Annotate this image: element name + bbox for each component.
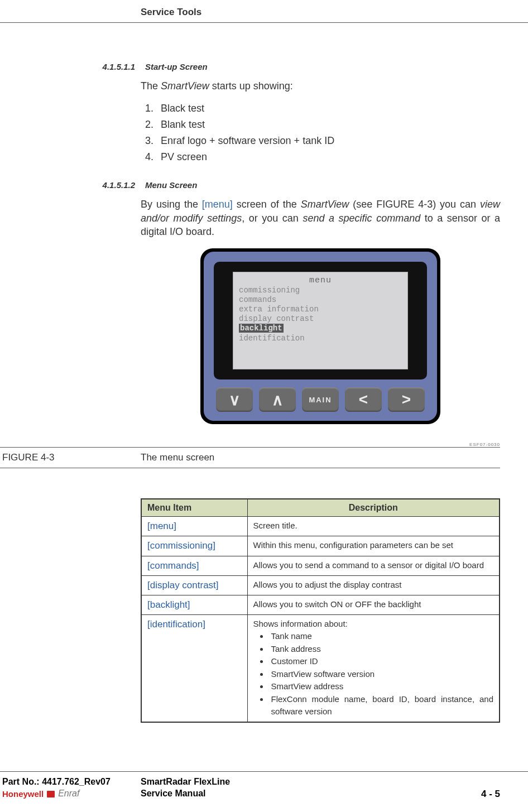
heading-title-1: Start-up Screen bbox=[145, 62, 208, 71]
list-item: Blank test bbox=[156, 117, 500, 133]
table-row: [display contrast] Allows you to adjust … bbox=[141, 575, 500, 595]
enraf-logo: Enraf bbox=[58, 788, 79, 800]
menu-item-cell: [menu] bbox=[141, 517, 247, 536]
table-row: [identification] Shows information about… bbox=[141, 614, 500, 722]
honeywell-logo: Honeywell bbox=[2, 789, 44, 800]
screen-line: commands bbox=[239, 295, 402, 305]
table-header-desc: Description bbox=[247, 499, 500, 517]
table-row: [commissioning] Within this menu, config… bbox=[141, 536, 500, 556]
list-item: Tank address bbox=[269, 643, 494, 656]
partno-value: 4417.762_Rev07 bbox=[42, 777, 111, 786]
smartview-device: menu commissioning commands extra inform… bbox=[200, 248, 440, 424]
device-screen-frame: menu commissioning commands extra inform… bbox=[214, 262, 427, 379]
table-row: [backlight] Allows you to switch ON or O… bbox=[141, 595, 500, 614]
smartview-em: SmartView bbox=[161, 80, 209, 92]
heading-title-2: Menu Screen bbox=[145, 180, 197, 190]
doc-title-1: SmartRadar FlexLine bbox=[141, 776, 230, 788]
device-bezel: menu commissioning commands extra inform… bbox=[204, 252, 437, 421]
down-button[interactable]: ∨ bbox=[216, 387, 253, 412]
device-screen: menu commissioning commands extra inform… bbox=[233, 272, 408, 369]
up-button[interactable]: ∧ bbox=[259, 387, 296, 412]
startup-intro: The SmartView starts up showing: bbox=[141, 79, 500, 93]
page-footer: Part No.: 4417.762_Rev07 Honeywell Enraf… bbox=[0, 771, 528, 800]
screen-title: menu bbox=[239, 276, 402, 286]
right-button[interactable]: > bbox=[388, 387, 425, 412]
menu-desc-cell: Allows you to send a command to a sensor… bbox=[247, 556, 500, 575]
list-item: Enraf logo + software version + tank ID bbox=[156, 133, 500, 149]
screen-line: extra information bbox=[239, 305, 402, 314]
text: screen of the bbox=[233, 199, 301, 210]
menu-desc-cell: Within this menu, configuration paramete… bbox=[247, 536, 500, 556]
doc-title-2: Service Manual bbox=[141, 788, 230, 800]
figure-caption-row: FIGURE 4-3 The menu screen bbox=[0, 447, 500, 468]
text: The bbox=[141, 80, 161, 92]
menu-item-cell: [identification] bbox=[141, 614, 247, 722]
list-item: SmartView address bbox=[269, 680, 494, 693]
section-title: Service Tools bbox=[141, 7, 528, 18]
page-number: 4 - 5 bbox=[481, 776, 528, 800]
menu-item-cell: [display contrast] bbox=[141, 575, 247, 595]
identification-intro: Shows information about: bbox=[253, 619, 348, 628]
screen-line-selected: backlight bbox=[239, 324, 284, 333]
menu-item-cell: [commands] bbox=[141, 556, 247, 575]
left-button[interactable]: < bbox=[345, 387, 382, 412]
brand-logo: Honeywell Enraf bbox=[2, 788, 141, 800]
list-item: Customer ID bbox=[269, 655, 494, 668]
text: , or you can bbox=[242, 213, 303, 224]
identification-list: Tank name Tank address Customer ID Smart… bbox=[253, 630, 494, 718]
table-row: [commands] Allows you to send a command … bbox=[141, 556, 500, 575]
menu-tag: [menu] bbox=[202, 199, 233, 210]
menu-desc-cell: Allows you to switch ON or OFF the backl… bbox=[247, 595, 500, 614]
table-row: [menu] Screen title. bbox=[141, 517, 500, 536]
list-item: Tank name bbox=[269, 630, 494, 643]
figure-label: FIGURE 4-3 bbox=[0, 452, 141, 463]
menu-item-cell: [commissioning] bbox=[141, 536, 247, 556]
heading-number-2: 4.1.5.1.2 bbox=[89, 180, 135, 190]
text: By using the bbox=[141, 199, 202, 210]
menu-screen-intro: By using the [menu] screen of the SmartV… bbox=[141, 198, 500, 238]
list-item: PV screen bbox=[156, 149, 500, 165]
honeywell-bar-icon bbox=[47, 791, 55, 797]
list-item: FlexConn module name, board ID, board in… bbox=[269, 693, 494, 718]
screen-line: display contrast bbox=[239, 314, 402, 324]
list-item: SmartView software version bbox=[269, 668, 494, 681]
screen-line: identification bbox=[239, 334, 402, 343]
table-header-item: Menu Item bbox=[141, 499, 247, 517]
heading-number-1: 4.1.5.1.1 bbox=[89, 62, 135, 71]
menu-desc-cell: Allows you to adjust the display contras… bbox=[247, 575, 500, 595]
menu-desc-cell: Shows information about: Tank name Tank … bbox=[247, 614, 500, 722]
partno-label: Part No.: bbox=[2, 777, 42, 786]
part-number: Part No.: 4417.762_Rev07 bbox=[2, 776, 141, 788]
text: starts up showing: bbox=[209, 80, 293, 92]
smartview-em: SmartView bbox=[301, 199, 349, 210]
text: (see FIGURE 4-3) you can bbox=[349, 199, 480, 210]
menu-item-cell: [backlight] bbox=[141, 595, 247, 614]
figure-caption: The menu screen bbox=[141, 452, 214, 463]
hardware-button-row: ∨ ∧ MAIN < > bbox=[214, 387, 427, 413]
main-button[interactable]: MAIN bbox=[302, 387, 339, 412]
list-item: Black test bbox=[156, 100, 500, 117]
screen-line: commissioning bbox=[239, 286, 402, 295]
figure-reference-code: ESF07-0030 bbox=[0, 442, 528, 447]
menu-item-table: Menu Item Description [menu] Screen titl… bbox=[141, 498, 500, 722]
startup-list: Black test Blank test Enraf logo + softw… bbox=[141, 100, 500, 165]
em-text: send a specific command bbox=[303, 213, 420, 224]
menu-desc-cell: Screen title. bbox=[247, 517, 500, 536]
